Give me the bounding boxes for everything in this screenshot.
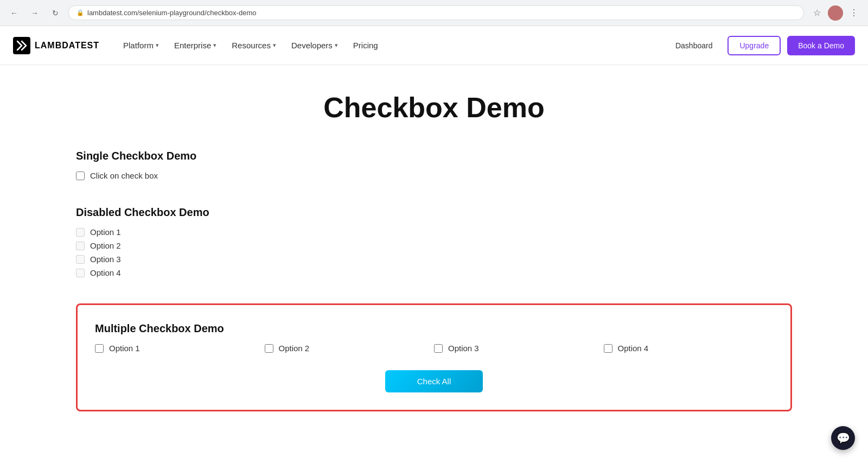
logo[interactable]: LAMBDATEST [13, 37, 99, 54]
multiple-checkboxes-row: Option 1 Option 2 Option 3 Option 4 [95, 344, 773, 353]
security-icon: 🔒 [76, 9, 84, 16]
multiple-checkbox-4[interactable] [604, 344, 612, 353]
browser-actions: ☆ ⋮ [809, 5, 861, 21]
profile-avatar[interactable] [828, 5, 843, 21]
multiple-section-title: Multiple Checkbox Demo [95, 322, 773, 335]
nav-item-pricing[interactable]: Pricing [347, 36, 385, 54]
disabled-checkbox-4 [76, 269, 85, 277]
chevron-down-icon: ▾ [273, 42, 276, 49]
logo-icon [13, 37, 30, 54]
chat-bubble[interactable]: 💬 [831, 426, 855, 450]
multiple-option-2-label: Option 2 [279, 344, 310, 353]
upgrade-button[interactable]: Upgrade [727, 36, 781, 55]
multiple-checkbox-1[interactable] [95, 344, 104, 353]
disabled-option-2-label: Option 2 [90, 241, 121, 250]
disabled-checkbox-item-4: Option 4 [76, 268, 792, 277]
url-text: lambdatest.com/selenium-playground/check… [87, 9, 256, 17]
disabled-option-3-label: Option 3 [90, 255, 121, 264]
nav-item-enterprise[interactable]: Enterprise ▾ [168, 36, 223, 54]
address-bar[interactable]: 🔒 lambdatest.com/selenium-playground/che… [68, 5, 804, 20]
chevron-down-icon: ▾ [156, 42, 159, 49]
nav-item-platform[interactable]: Platform ▾ [117, 36, 165, 54]
multiple-checkbox-item-1[interactable]: Option 1 [95, 344, 265, 353]
logo-text: LAMBDATEST [35, 41, 99, 50]
back-button[interactable]: ← [7, 5, 22, 21]
menu-button[interactable]: ⋮ [846, 5, 861, 21]
forward-button[interactable]: → [27, 5, 42, 21]
book-demo-button[interactable]: Book a Demo [787, 36, 855, 55]
multiple-checkbox-section: Multiple Checkbox Demo Option 1 Option 2… [76, 303, 792, 411]
chevron-down-icon: ▾ [213, 42, 216, 49]
disabled-option-4-label: Option 4 [90, 268, 121, 277]
browser-chrome: ← → ↻ 🔒 lambdatest.com/selenium-playgrou… [0, 0, 868, 26]
single-checkbox-section: Single Checkbox Demo Click on check box [76, 150, 792, 180]
chevron-down-icon: ▾ [335, 42, 338, 49]
disabled-section-title: Disabled Checkbox Demo [76, 206, 792, 219]
multiple-option-1-label: Option 1 [109, 344, 140, 353]
multiple-option-3-label: Option 3 [448, 344, 479, 353]
disabled-checkbox-section: Disabled Checkbox Demo Option 1 Option 2… [76, 206, 792, 277]
multiple-checkbox-item-2[interactable]: Option 2 [265, 344, 435, 353]
nav-item-resources[interactable]: Resources ▾ [225, 36, 283, 54]
single-checkbox[interactable] [76, 172, 85, 180]
disabled-checkbox-item-3: Option 3 [76, 255, 792, 264]
disabled-checkbox-item-1: Option 1 [76, 227, 792, 237]
single-section-title: Single Checkbox Demo [76, 150, 792, 162]
disabled-checkbox-2 [76, 242, 85, 250]
nav-right: Dashboard Upgrade Book a Demo [667, 36, 855, 55]
dashboard-button[interactable]: Dashboard [667, 37, 722, 54]
disabled-checkbox-3 [76, 255, 85, 264]
check-all-button[interactable]: Check All [385, 370, 483, 392]
main-content: Checkbox Demo Single Checkbox Demo Click… [54, 65, 814, 463]
disabled-option-1-label: Option 1 [90, 227, 121, 237]
multiple-option-4-label: Option 4 [618, 344, 649, 353]
multiple-checkbox-item-3[interactable]: Option 3 [434, 344, 604, 353]
star-button[interactable]: ☆ [809, 5, 825, 21]
nav-links: Platform ▾ Enterprise ▾ Resources ▾ Deve… [117, 36, 649, 54]
multiple-checkbox-2[interactable] [265, 344, 273, 353]
multiple-checkbox-item-4[interactable]: Option 4 [604, 344, 774, 353]
page-title: Checkbox Demo [76, 91, 792, 124]
disabled-checkbox-item-2: Option 2 [76, 241, 792, 250]
single-checkbox-item[interactable]: Click on check box [76, 171, 792, 180]
multiple-checkbox-3[interactable] [434, 344, 443, 353]
reload-button[interactable]: ↻ [48, 5, 63, 21]
chat-icon: 💬 [837, 432, 850, 445]
single-checkbox-label: Click on check box [90, 171, 158, 180]
nav-item-developers[interactable]: Developers ▾ [285, 36, 344, 54]
navbar: LAMBDATEST Platform ▾ Enterprise ▾ Resou… [0, 26, 868, 65]
disabled-checkbox-1 [76, 228, 85, 237]
